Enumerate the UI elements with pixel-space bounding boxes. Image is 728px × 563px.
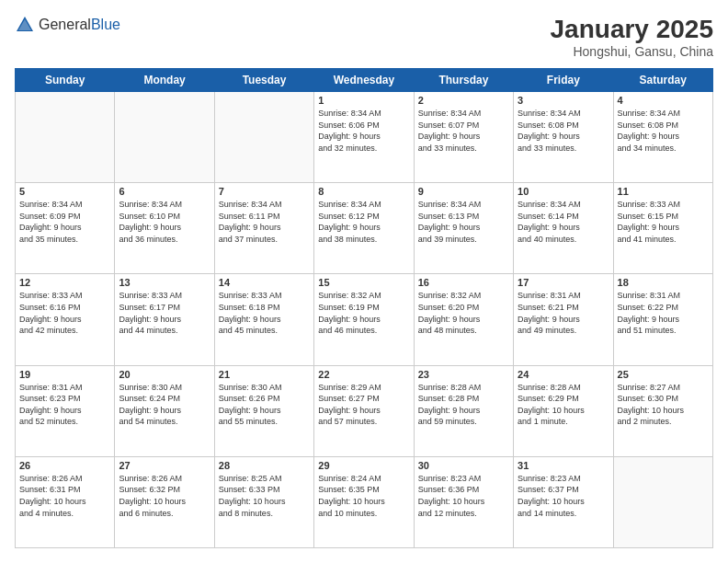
calendar-cell: 8Sunrise: 8:34 AM Sunset: 6:12 PM Daylig… [314,183,414,274]
calendar-cell: 14Sunrise: 8:33 AM Sunset: 6:18 PM Dayli… [214,274,313,365]
day-info: Sunrise: 8:23 AM Sunset: 6:36 PM Dayligh… [418,473,509,519]
calendar-cell: 22Sunrise: 8:29 AM Sunset: 6:27 PM Dayli… [314,365,414,456]
calendar-cell: 27Sunrise: 8:26 AM Sunset: 6:32 PM Dayli… [115,456,214,547]
calendar-cell: 17Sunrise: 8:31 AM Sunset: 6:21 PM Dayli… [514,274,613,365]
calendar-cell: 18Sunrise: 8:31 AM Sunset: 6:22 PM Dayli… [613,274,712,365]
header-thursday: Thursday [414,69,513,92]
calendar-cell: 10Sunrise: 8:34 AM Sunset: 6:14 PM Dayli… [514,183,613,274]
week-row-3: 12Sunrise: 8:33 AM Sunset: 6:16 PM Dayli… [16,274,713,365]
day-info: Sunrise: 8:34 AM Sunset: 6:07 PM Dayligh… [418,108,509,154]
calendar-cell: 31Sunrise: 8:23 AM Sunset: 6:37 PM Dayli… [514,456,613,547]
calendar-cell: 7Sunrise: 8:34 AM Sunset: 6:11 PM Daylig… [214,183,313,274]
calendar-cell: 13Sunrise: 8:33 AM Sunset: 6:17 PM Dayli… [115,274,214,365]
day-number: 16 [418,277,509,288]
day-info: Sunrise: 8:33 AM Sunset: 6:15 PM Dayligh… [618,199,709,245]
day-info: Sunrise: 8:34 AM Sunset: 6:09 PM Dayligh… [19,199,110,245]
day-number: 25 [618,369,709,380]
day-number: 22 [318,369,409,380]
logo-general: General [39,17,91,32]
day-info: Sunrise: 8:34 AM Sunset: 6:11 PM Dayligh… [219,199,310,245]
day-info: Sunrise: 8:32 AM Sunset: 6:19 PM Dayligh… [318,290,409,336]
calendar-cell: 23Sunrise: 8:28 AM Sunset: 6:28 PM Dayli… [414,365,513,456]
day-number: 12 [19,277,110,288]
day-number: 10 [518,186,609,197]
day-number: 31 [518,460,609,471]
day-number: 27 [119,460,210,471]
calendar-cell: 29Sunrise: 8:24 AM Sunset: 6:35 PM Dayli… [314,456,414,547]
day-info: Sunrise: 8:34 AM Sunset: 6:06 PM Dayligh… [318,108,409,154]
weekday-header-row: Sunday Monday Tuesday Wednesday Thursday… [16,69,713,92]
calendar-cell: 20Sunrise: 8:30 AM Sunset: 6:24 PM Dayli… [115,365,214,456]
calendar-cell [613,456,712,547]
week-row-2: 5Sunrise: 8:34 AM Sunset: 6:09 PM Daylig… [16,183,713,274]
day-number: 17 [518,277,609,288]
day-info: Sunrise: 8:25 AM Sunset: 6:33 PM Dayligh… [219,473,310,519]
calendar-cell: 28Sunrise: 8:25 AM Sunset: 6:33 PM Dayli… [214,456,313,547]
day-info: Sunrise: 8:30 AM Sunset: 6:24 PM Dayligh… [119,382,210,428]
day-number: 1 [318,95,409,106]
logo-icon [15,15,35,35]
calendar-cell [115,92,214,183]
day-number: 8 [318,186,409,197]
day-number: 3 [518,95,609,106]
day-number: 14 [219,277,310,288]
day-number: 11 [618,186,709,197]
day-number: 15 [318,277,409,288]
day-number: 13 [119,277,210,288]
location: Hongshui, Gansu, China [551,44,713,59]
day-number: 18 [618,277,709,288]
calendar-cell: 1Sunrise: 8:34 AM Sunset: 6:06 PM Daylig… [314,92,414,183]
day-info: Sunrise: 8:28 AM Sunset: 6:28 PM Dayligh… [418,382,509,428]
day-info: Sunrise: 8:34 AM Sunset: 6:13 PM Dayligh… [418,199,509,245]
day-number: 23 [418,369,509,380]
day-info: Sunrise: 8:34 AM Sunset: 6:14 PM Dayligh… [518,199,609,245]
week-row-1: 1Sunrise: 8:34 AM Sunset: 6:06 PM Daylig… [16,92,713,183]
calendar-cell: 30Sunrise: 8:23 AM Sunset: 6:36 PM Dayli… [414,456,513,547]
calendar-cell: 24Sunrise: 8:28 AM Sunset: 6:29 PM Dayli… [514,365,613,456]
day-number: 6 [119,186,210,197]
day-number: 4 [618,95,709,106]
day-number: 9 [418,186,509,197]
calendar-cell: 25Sunrise: 8:27 AM Sunset: 6:30 PM Dayli… [613,365,712,456]
header-wednesday: Wednesday [314,69,414,92]
calendar-cell: 6Sunrise: 8:34 AM Sunset: 6:10 PM Daylig… [115,183,214,274]
logo-blue-text: Blue [91,17,120,32]
calendar-cell: 2Sunrise: 8:34 AM Sunset: 6:07 PM Daylig… [414,92,513,183]
day-number: 5 [19,186,110,197]
calendar-cell [16,92,115,183]
calendar-cell: 11Sunrise: 8:33 AM Sunset: 6:15 PM Dayli… [613,183,712,274]
header-saturday: Saturday [613,69,712,92]
day-info: Sunrise: 8:26 AM Sunset: 6:32 PM Dayligh… [119,473,210,519]
day-info: Sunrise: 8:34 AM Sunset: 6:08 PM Dayligh… [518,108,609,154]
calendar-table: Sunday Monday Tuesday Wednesday Thursday… [15,68,713,548]
day-info: Sunrise: 8:27 AM Sunset: 6:30 PM Dayligh… [618,382,709,428]
day-info: Sunrise: 8:23 AM Sunset: 6:37 PM Dayligh… [518,473,609,519]
day-info: Sunrise: 8:32 AM Sunset: 6:20 PM Dayligh… [418,290,509,336]
calendar-cell: 3Sunrise: 8:34 AM Sunset: 6:08 PM Daylig… [514,92,613,183]
day-info: Sunrise: 8:28 AM Sunset: 6:29 PM Dayligh… [518,382,609,428]
day-info: Sunrise: 8:24 AM Sunset: 6:35 PM Dayligh… [318,473,409,519]
header-monday: Monday [115,69,214,92]
calendar-cell: 5Sunrise: 8:34 AM Sunset: 6:09 PM Daylig… [16,183,115,274]
calendar-cell: 9Sunrise: 8:34 AM Sunset: 6:13 PM Daylig… [414,183,513,274]
day-number: 20 [119,369,210,380]
calendar-cell: 4Sunrise: 8:34 AM Sunset: 6:08 PM Daylig… [613,92,712,183]
day-number: 28 [219,460,310,471]
header-friday: Friday [514,69,613,92]
day-info: Sunrise: 8:31 AM Sunset: 6:21 PM Dayligh… [518,290,609,336]
calendar-cell: 19Sunrise: 8:31 AM Sunset: 6:23 PM Dayli… [16,365,115,456]
calendar-cell [214,92,313,183]
calendar-cell: 26Sunrise: 8:26 AM Sunset: 6:31 PM Dayli… [16,456,115,547]
calendar-cell: 15Sunrise: 8:32 AM Sunset: 6:19 PM Dayli… [314,274,414,365]
calendar-cell: 21Sunrise: 8:30 AM Sunset: 6:26 PM Dayli… [214,365,313,456]
month-title: January 2025 [551,15,713,44]
day-info: Sunrise: 8:33 AM Sunset: 6:17 PM Dayligh… [119,290,210,336]
day-info: Sunrise: 8:34 AM Sunset: 6:08 PM Dayligh… [618,108,709,154]
day-number: 26 [19,460,110,471]
header: GeneralBlue January 2025 Hongshui, Gansu… [15,15,713,59]
day-info: Sunrise: 8:31 AM Sunset: 6:22 PM Dayligh… [618,290,709,336]
logo: GeneralBlue [15,15,120,35]
day-number: 21 [219,369,310,380]
week-row-5: 26Sunrise: 8:26 AM Sunset: 6:31 PM Dayli… [16,456,713,547]
day-info: Sunrise: 8:29 AM Sunset: 6:27 PM Dayligh… [318,382,409,428]
